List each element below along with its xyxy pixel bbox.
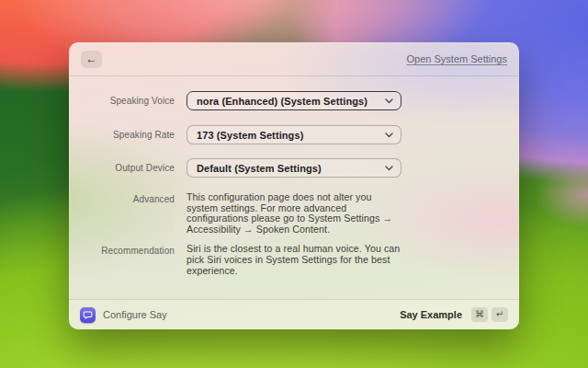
form-row-output-device: Output Device Default (System Settings) [69,158,519,178]
say-example-button[interactable]: Say Example ⌘ ↵ [400,307,508,322]
chevron-down-icon [385,132,393,138]
app-name: Configure Say [103,309,167,320]
configure-say-window: ← Open System Settings Speaking Voice no… [69,42,519,329]
return-key-icon: ↵ [492,307,508,322]
output-device-dropdown[interactable]: Default (System Settings) [187,158,401,178]
form-row-speaking-rate: Speaking Rate 173 (System Settings) [69,125,519,144]
form-row-advanced: Advanced This configuration page does no… [69,192,519,235]
form-content: Speaking Voice nora (Enhanced) (System S… [69,76,519,276]
open-system-settings-link[interactable]: Open System Settings [407,53,507,64]
chevron-down-icon [385,98,393,104]
form-row-speaking-voice: Speaking Voice nora (Enhanced) (System S… [69,91,519,110]
recommendation-description: Siri is the closest to a real human voic… [187,244,403,276]
advanced-description: This configuration page does not alter y… [187,192,403,235]
chevron-down-icon [385,166,393,171]
speaking-rate-label: Speaking Rate [69,130,175,140]
output-device-value: Default (System Settings) [197,163,322,174]
back-button[interactable]: ← [81,51,102,68]
speech-bubble-icon [80,307,96,323]
speaking-voice-label: Speaking Voice [69,96,175,106]
recommendation-label: Recommendation [69,244,175,256]
command-key-icon: ⌘ [471,307,488,322]
speaking-rate-value: 173 (System Settings) [197,130,303,141]
speaking-voice-value: nora (Enhanced) (System Settings) [197,96,368,107]
speaking-voice-dropdown[interactable]: nora (Enhanced) (System Settings) [187,91,401,110]
window-footer: Configure Say Say Example ⌘ ↵ [69,299,519,329]
speaking-rate-dropdown[interactable]: 173 (System Settings) [187,125,401,144]
advanced-label: Advanced [69,192,175,204]
say-example-label: Say Example [400,309,462,320]
window-header: ← Open System Settings [69,42,519,76]
form-row-recommendation: Recommendation Siri is the closest to a … [69,244,519,276]
back-arrow-icon: ← [86,53,97,64]
output-device-label: Output Device [69,163,175,173]
